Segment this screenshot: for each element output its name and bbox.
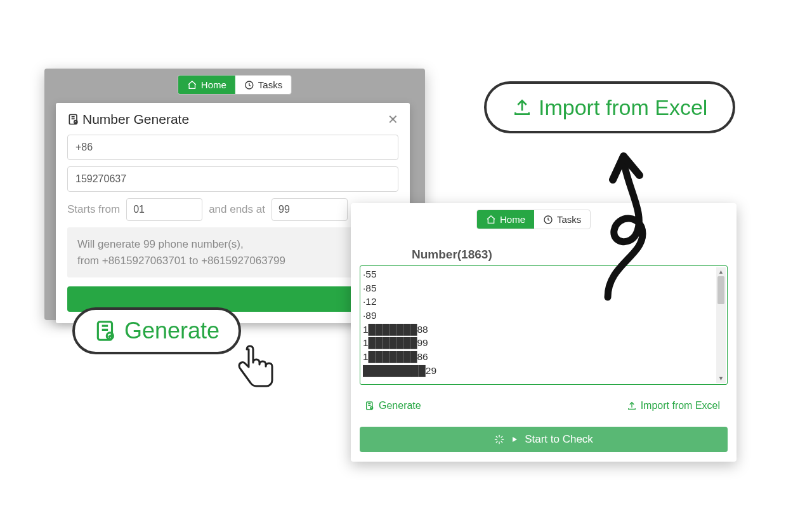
tab-home-label: Home (500, 214, 525, 225)
right-top-tabs: Home Tasks (476, 210, 591, 229)
tab-tasks-label: Tasks (258, 79, 282, 90)
end-value-input[interactable] (272, 198, 348, 221)
range-row: Starts from and ends at (67, 198, 398, 221)
generate-link-label: Generate (379, 400, 421, 411)
import-link[interactable]: Import from Excel (627, 400, 720, 411)
upload-icon (512, 97, 532, 117)
starts-from-label: Starts from (67, 203, 120, 216)
curvy-arrow-icon (582, 145, 678, 304)
callout-import-pill[interactable]: Import from Excel (484, 81, 735, 133)
right-panel: Home Tasks Number(1863) ·55 ·85 ·12 ·89 … (351, 203, 737, 462)
country-code-input[interactable] (67, 135, 398, 160)
scroll-up-icon[interactable]: ▲ (716, 267, 726, 276)
top-tabs: Home Tasks (178, 75, 292, 95)
close-icon[interactable]: ✕ (388, 112, 398, 127)
start-value-input[interactable] (126, 198, 202, 221)
tab-tasks-label: Tasks (557, 214, 581, 225)
modal-title: Number Generate (67, 112, 189, 127)
list-item: 1███████99 (363, 336, 727, 350)
list-item: 1███████88 (363, 323, 727, 337)
info-line2: from +8615927063701 to +8615927063799 (77, 253, 388, 269)
callout-import-label: Import from Excel (539, 95, 707, 120)
scroll-thumb[interactable] (717, 276, 724, 304)
generate-icon (94, 319, 118, 343)
ends-at-label: and ends at (209, 203, 265, 216)
generation-info: Will generate 99 phone number(s), from +… (67, 227, 398, 277)
generate-link[interactable]: Generate (365, 400, 421, 411)
list-item: ·89 (363, 309, 727, 323)
list-item: █████████29 (363, 364, 727, 378)
import-link-label: Import from Excel (641, 400, 720, 411)
tab-home[interactable]: Home (477, 210, 534, 229)
right-actions: Generate Import from Excel (365, 400, 720, 411)
scroll-down-icon[interactable]: ▼ (716, 374, 726, 383)
scrollbar[interactable]: ▲ ▼ (716, 267, 726, 383)
info-line1: Will generate 99 phone number(s), (77, 236, 388, 253)
callout-generate-label: Generate (124, 318, 219, 344)
clock-history-icon (543, 215, 553, 225)
svg-line-10 (496, 436, 497, 438)
clock-history-icon (244, 80, 254, 90)
callout-generate-pill[interactable]: Generate (72, 307, 241, 354)
list-item: 1███████86 (363, 350, 727, 364)
home-icon (486, 215, 496, 225)
play-icon (511, 436, 518, 443)
svg-line-15 (501, 436, 502, 438)
tab-tasks[interactable]: Tasks (235, 76, 291, 94)
generate-icon (67, 113, 80, 126)
modal-header: Number Generate ✕ (56, 103, 410, 132)
tab-home[interactable]: Home (178, 76, 235, 94)
home-icon (187, 80, 197, 90)
svg-line-14 (496, 441, 497, 443)
modal-title-text: Number Generate (82, 112, 189, 127)
prefix-input[interactable] (67, 166, 398, 192)
upload-icon (627, 401, 637, 411)
start-to-check-button[interactable]: Start to Check (360, 427, 728, 452)
number-header: Number(1863) (412, 248, 492, 262)
generate-icon (365, 401, 375, 411)
hand-cursor-icon (230, 343, 280, 403)
tab-home-label: Home (201, 79, 226, 90)
svg-line-11 (501, 441, 502, 443)
start-button-label: Start to Check (525, 433, 593, 446)
spinner-icon (494, 434, 504, 444)
